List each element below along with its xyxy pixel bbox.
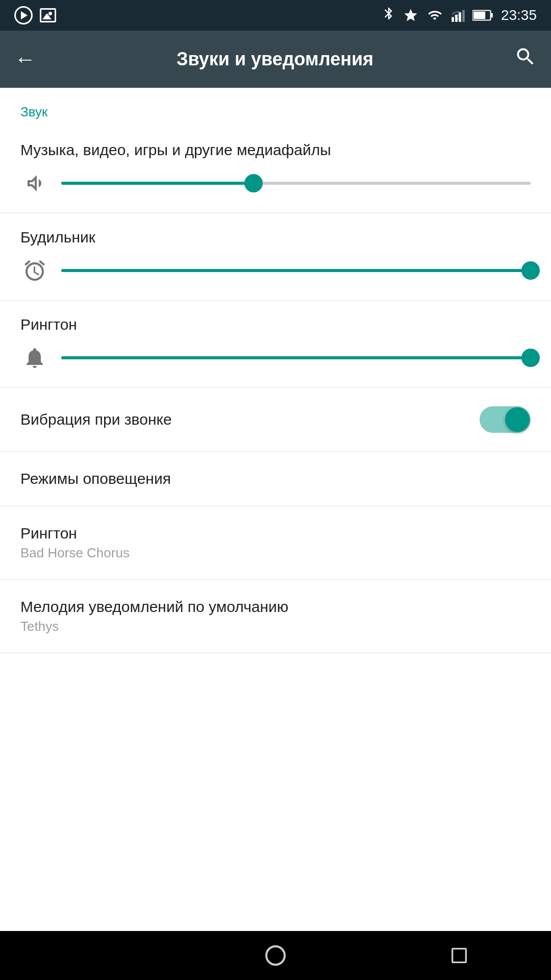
media-volume-label: Музыка, видео, игры и другие медиафайлы [20,141,531,159]
bell-icon [20,344,49,372]
status-bar: 23:35 [0,0,551,31]
media-volume-slider[interactable] [61,173,531,193]
wifi-icon [425,8,444,22]
svg-point-7 [266,946,285,965]
volume-icon [20,169,49,198]
svg-rect-8 [453,949,466,963]
alarm-volume-row: Будильник [0,213,551,301]
nav-home-button[interactable] [245,940,306,971]
back-button[interactable]: ← [14,48,36,70]
default-melody-label: Мелодия уведомлений по умолчанию [20,598,531,616]
svg-rect-5 [491,13,493,17]
status-bar-left [14,6,56,24]
svg-rect-0 [452,17,454,22]
sound-section-header: Звук [0,88,551,126]
svg-rect-1 [455,15,458,22]
image-icon [40,8,56,22]
star-icon [403,8,418,23]
vibrate-toggle[interactable] [480,406,531,433]
bluetooth-icon [382,6,396,24]
nav-back-button[interactable] [61,940,122,971]
status-bar-right: 23:35 [382,6,537,24]
ringtone-setting-row[interactable]: Рингтон Bad Horse Chorus [0,506,551,580]
svg-rect-6 [473,12,485,19]
ringtone-volume-slider[interactable] [61,348,531,368]
content: Звук Музыка, видео, игры и другие медиаф… [0,88,551,653]
search-button[interactable] [514,45,537,73]
battery-icon [472,9,494,22]
default-melody-value: Tethys [20,619,531,634]
signal-icon [451,8,465,22]
svg-rect-2 [459,12,461,22]
time-display: 23:35 [501,7,537,23]
alarm-volume-label: Будильник [20,229,531,246]
nav-bar [0,931,551,980]
vibrate-row[interactable]: Вибрация при звонке [0,388,551,452]
ringtone-setting-label: Рингтон [20,525,531,542]
default-melody-row[interactable]: Мелодия уведомлений по умолчанию Tethys [0,580,551,653]
notification-modes-row[interactable]: Режимы оповещения [0,452,551,506]
svg-rect-3 [462,10,465,22]
toolbar: ← Звуки и уведомления [0,31,551,88]
alarm-volume-slider[interactable] [61,260,531,281]
media-volume-slider-container [20,169,531,198]
ringtone-volume-row: Рингтон [0,301,551,388]
nav-recent-button[interactable] [429,940,490,971]
notification-modes-label: Режимы оповещения [20,470,531,487]
media-volume-row: Музыка, видео, игры и другие медиафайлы [0,126,551,213]
ringtone-volume-label: Рингтон [20,316,531,333]
play-icon [14,6,33,24]
vibrate-label: Вибрация при звонке [20,411,172,428]
ringtone-volume-slider-container [20,344,531,372]
alarm-volume-slider-container [20,256,531,285]
alarm-icon [20,256,49,285]
toggle-knob [505,407,530,432]
ringtone-setting-value: Bad Horse Chorus [20,545,531,561]
page-title: Звуки и уведомления [177,48,373,70]
